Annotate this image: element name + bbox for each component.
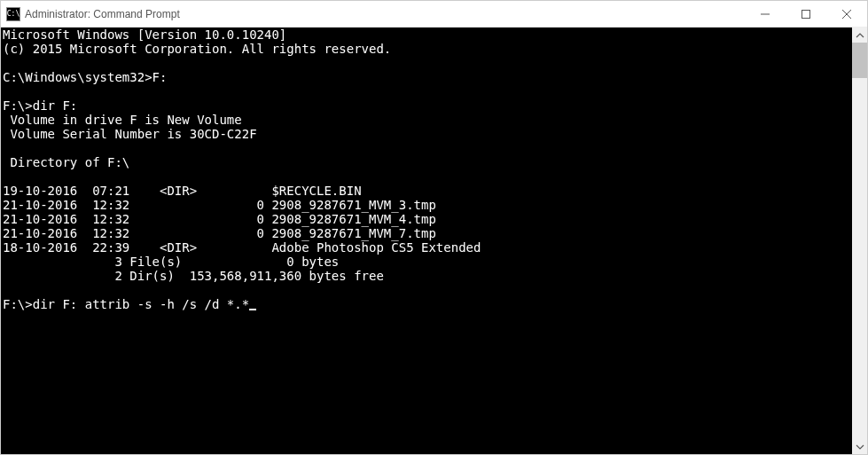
- svg-rect-1: [802, 10, 810, 18]
- scroll-track[interactable]: [852, 43, 867, 439]
- text-cursor: [249, 309, 256, 310]
- minimize-button[interactable]: [745, 1, 786, 27]
- scroll-thumb[interactable]: [852, 43, 867, 78]
- console-output[interactable]: Microsoft Windows [Version 10.0.10240] (…: [1, 27, 852, 454]
- close-button[interactable]: [826, 1, 867, 27]
- window-title: Administrator: Command Prompt: [25, 8, 745, 20]
- scroll-down-button[interactable]: [852, 439, 867, 454]
- cmd-icon: C:\: [6, 7, 20, 21]
- console-area: Microsoft Windows [Version 10.0.10240] (…: [1, 27, 867, 454]
- window-controls: [745, 1, 867, 27]
- titlebar: C:\ Administrator: Command Prompt: [1, 1, 867, 27]
- maximize-button[interactable]: [786, 1, 826, 27]
- scroll-up-button[interactable]: [852, 27, 867, 43]
- vertical-scrollbar[interactable]: [852, 27, 867, 454]
